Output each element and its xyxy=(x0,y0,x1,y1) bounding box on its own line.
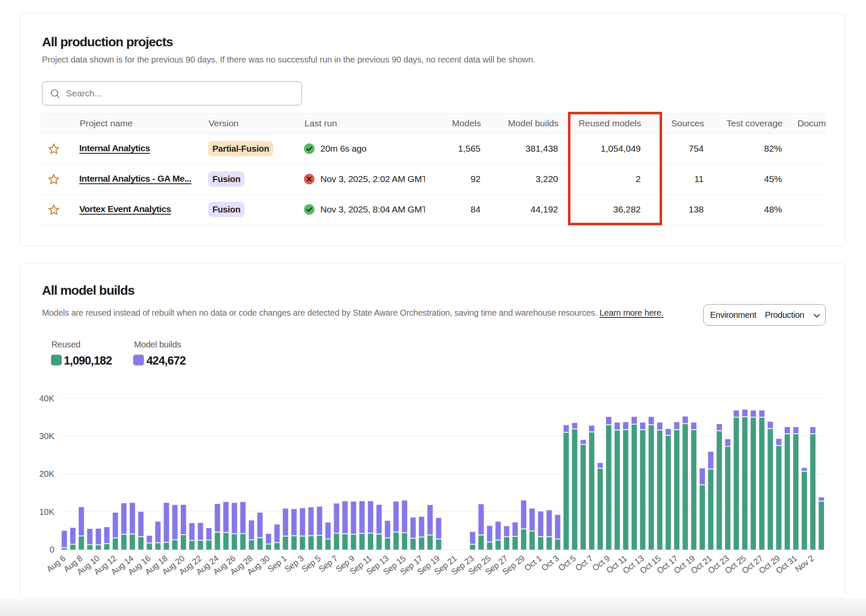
svg-text:30K: 30K xyxy=(39,431,54,441)
svg-text:Sep 1: Sep 1 xyxy=(266,553,289,574)
svg-text:Sep 3: Sep 3 xyxy=(283,553,305,574)
svg-text:Nov 2: Nov 2 xyxy=(793,553,816,574)
svg-text:0: 0 xyxy=(50,545,54,554)
svg-text:Sep 5: Sep 5 xyxy=(300,553,323,574)
svg-text:Oct 7: Oct 7 xyxy=(573,553,594,573)
svg-text:Sep 7: Sep 7 xyxy=(317,553,340,574)
svg-text:Oct 1: Oct 1 xyxy=(523,553,543,573)
svg-text:40K: 40K xyxy=(39,394,54,403)
svg-text:20K: 20K xyxy=(39,469,54,478)
svg-text:Oct 3: Oct 3 xyxy=(539,553,560,573)
svg-text:Aug 6: Aug 6 xyxy=(45,553,67,574)
svg-text:Oct 5: Oct 5 xyxy=(556,553,577,573)
svg-text:10K: 10K xyxy=(39,507,54,517)
